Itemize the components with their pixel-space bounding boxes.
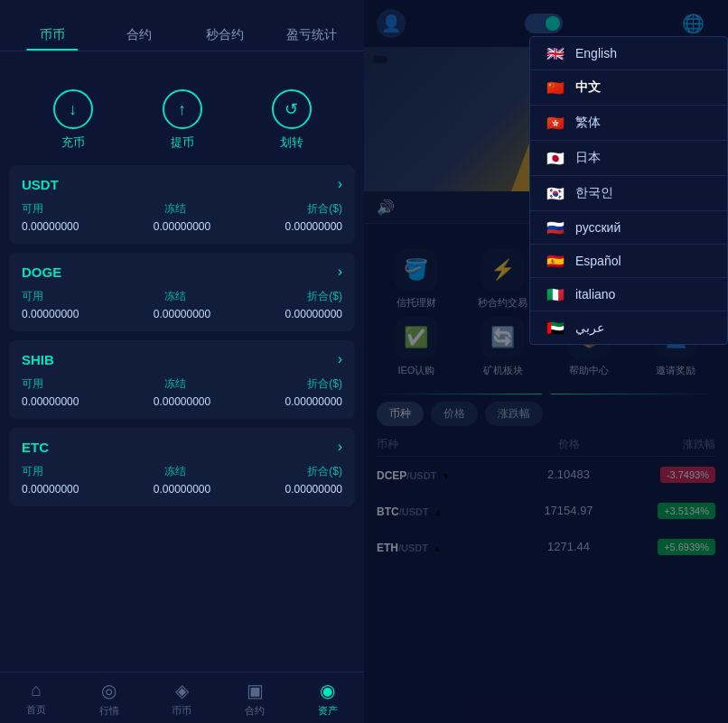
coin-list: USDT › 可用冻结折合($) 0.000000000.000000000.0… [0,165,364,672]
lang-text: Español [575,254,621,268]
nav-icon: ▣ [247,680,264,701]
coin-value: 0.00000000 [22,395,79,408]
lang-flag: 🇪🇸 [545,254,566,268]
coin-labels: 可用冻结折合($) [22,376,342,392]
coin-labels: 可用冻结折合($) [22,201,342,217]
nav-item-首页[interactable]: ⌂ 首页 [0,680,73,718]
coin-values: 0.000000000.000000000.00000000 [22,395,342,408]
lang-text: 繁体 [575,115,601,131]
nav-item-资产[interactable]: ◉ 资产 [291,680,364,718]
nav-label: 币币 [172,704,191,718]
lang-item-한국인[interactable]: 🇰🇷 한국인 [530,176,727,211]
coin-label: 可用 [22,376,43,392]
nav-label: 资产 [318,704,338,718]
lang-dropdown: 🇬🇧 English 🇨🇳 中文 🇭🇰 繁体 🇯🇵 日本 🇰🇷 한국인 🇷🇺 р… [529,36,728,345]
coin-name: USDT [22,177,59,192]
coin-item-DOGE: DOGE › 可用冻结折合($) 0.000000000.000000000.0… [9,253,355,331]
coin-name: ETC [22,440,49,455]
coin-header: DOGE › [22,264,342,280]
left-tab-秒合约[interactable]: 秒合约 [182,20,269,51]
action-label: 充币 [61,134,85,151]
nav-label: 首页 [26,703,46,717]
nav-icon: ◎ [101,680,117,701]
lang-item-日本[interactable]: 🇯🇵 日本 [530,141,727,176]
coin-header: USDT › [22,176,342,192]
coin-value: 0.00000000 [154,483,210,496]
coin-value: 0.00000000 [154,220,210,233]
coin-item-USDT: USDT › 可用冻结折合($) 0.000000000.000000000.0… [9,165,355,244]
coin-value: 0.00000000 [22,308,79,320]
left-tab-币币[interactable]: 币币 [9,20,96,51]
lang-item-繁体[interactable]: 🇭🇰 繁体 [530,106,727,141]
coin-arrow-icon[interactable]: › [338,176,342,192]
lang-text: عربي [575,320,604,335]
action-buttons: ↓ 充币 ↑ 提币 ↺ 划转 [0,79,364,165]
coin-values: 0.000000000.000000000.00000000 [22,220,342,233]
left-tab-盈亏统计[interactable]: 盈亏统计 [268,20,355,51]
coin-value: 0.00000000 [285,220,342,233]
coin-value: 0.00000000 [285,395,342,408]
lang-item-русский[interactable]: 🇷🇺 русский [530,211,727,245]
coin-item-ETC: ETC › 可用冻结折合($) 0.000000000.000000000.00… [9,428,355,506]
lang-flag: 🇨🇳 [545,80,566,95]
lang-flag: 🇷🇺 [545,220,566,235]
page-title [0,0,364,20]
lang-flag: 🇯🇵 [545,151,566,165]
coin-label: 冻结 [164,376,186,392]
coin-label: 可用 [22,289,43,304]
coin-arrow-icon[interactable]: › [338,264,342,280]
lang-flag: 🇬🇧 [545,46,566,60]
coin-values: 0.000000000.000000000.00000000 [22,308,342,320]
nav-item-币币[interactable]: ◈ 币币 [145,680,219,718]
nav-icon: ◈ [175,680,189,701]
action-btn-划转[interactable]: ↺ 划转 [272,89,312,151]
lang-item-Español[interactable]: 🇪🇸 Español [530,245,727,278]
coin-header: ETC › [22,439,342,455]
lang-flag: 🇰🇷 [545,186,566,200]
coin-label: 折合($) [307,289,342,304]
nav-item-合约[interactable]: ▣ 合约 [219,680,292,718]
action-btn-充币[interactable]: ↓ 充币 [53,89,93,151]
nav-label: 行情 [99,704,119,718]
nav-label: 合约 [245,704,265,718]
action-label: 划转 [280,134,303,151]
nav-item-行情[interactable]: ◎ 行情 [73,680,146,718]
lang-text: 한국인 [575,185,613,201]
bottom-nav: ⌂ 首页 ◎ 行情 ◈ 币币 ▣ 合约 ◉ 资产 [0,672,364,723]
lang-text: English [575,46,617,60]
coin-labels: 可用冻结折合($) [22,464,342,479]
lang-text: 日本 [575,150,601,166]
coin-label: 折合($) [307,201,342,217]
lang-text: русский [575,220,621,235]
action-btn-提币[interactable]: ↑ 提币 [163,89,202,151]
lang-item-italiano[interactable]: 🇮🇹 italiano [530,278,727,311]
coin-header: SHIB › [22,351,342,367]
action-icon: ↑ [163,89,202,129]
lang-flag: 🇭🇰 [545,116,566,130]
lang-flag: 🇮🇹 [545,287,566,301]
lang-text: 中文 [575,79,601,96]
coin-label: 折合($) [307,464,342,479]
lang-item-English[interactable]: 🇬🇧 English [530,37,727,70]
coin-arrow-icon[interactable]: › [338,439,342,455]
left-tab-合约[interactable]: 合约 [96,20,182,51]
coin-item-SHIB: SHIB › 可用冻结折合($) 0.000000000.000000000.0… [9,340,355,419]
coin-value: 0.00000000 [154,308,210,320]
lang-flag: 🇦🇪 [545,320,566,335]
coin-value: 0.00000000 [22,220,79,233]
nav-icon: ◉ [320,680,335,701]
action-label: 提币 [171,134,194,151]
lang-item-中文[interactable]: 🇨🇳 中文 [530,70,727,106]
nav-icon: ⌂ [31,680,42,700]
coin-label: 可用 [22,464,43,479]
lang-item-عربي[interactable]: 🇦🇪 عربي [530,311,727,344]
coin-name: DOGE [22,264,61,280]
coin-values: 0.000000000.000000000.00000000 [22,483,342,496]
action-icon: ↺ [272,89,312,129]
coin-arrow-icon[interactable]: › [338,351,342,367]
left-tabs: 币币合约秒合约盈亏统计 [0,20,364,51]
coin-value: 0.00000000 [285,483,342,496]
coin-label: 可用 [22,201,43,217]
coin-labels: 可用冻结折合($) [22,289,342,304]
asset-info [0,51,364,79]
